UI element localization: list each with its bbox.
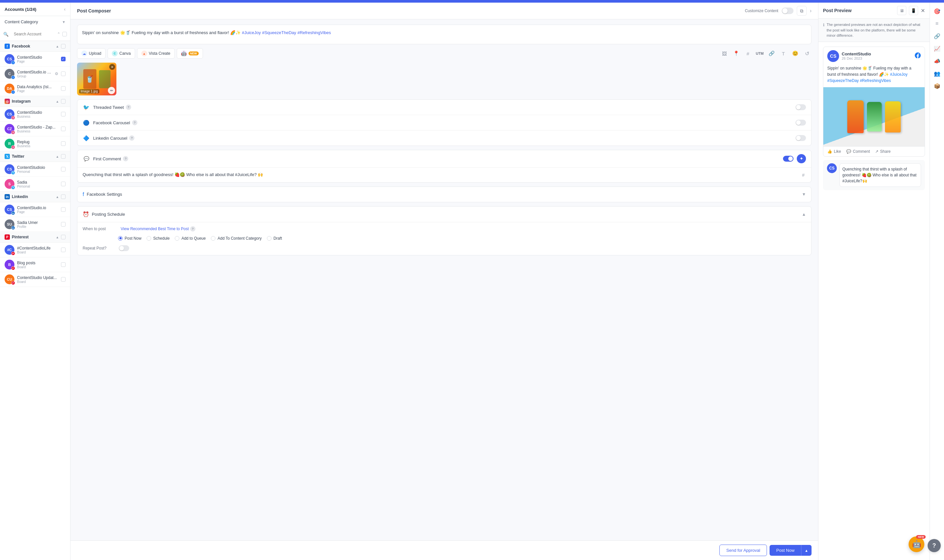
account-item[interactable]: CU P ContentStudio Updat... Board (0, 272, 70, 287)
chevron-up-icon[interactable]: ▲ (56, 235, 59, 239)
preview-close-button[interactable]: ✕ (921, 8, 925, 14)
account-checkbox[interactable] (61, 71, 66, 76)
schedule-option[interactable]: Schedule (146, 236, 169, 241)
instagram-select-all[interactable] (61, 99, 66, 104)
upload-button[interactable]: ☁ Upload (77, 48, 106, 59)
facebook-carousel-toggle[interactable] (795, 120, 806, 126)
help-button[interactable]: ? (928, 539, 941, 552)
account-item[interactable]: C f ContentStudio.io Co... Group ⚙ (0, 66, 70, 81)
settings-icon[interactable]: ⚙ (55, 71, 58, 76)
linkedin-carousel-toggle[interactable] (795, 135, 806, 141)
add-to-queue-option[interactable]: Add to Queue (175, 236, 206, 241)
account-item[interactable]: #C P #ContentStudioLife Board (0, 243, 70, 257)
select-all-checkbox[interactable] (62, 32, 67, 36)
customize-toggle[interactable] (782, 8, 793, 14)
post-now-dropdown-button[interactable]: ▲ (801, 545, 812, 556)
schedule-header[interactable]: ⏰ Posting Schedule ▲ (77, 206, 811, 222)
account-checkbox[interactable] (61, 182, 66, 186)
copy-button[interactable]: ⧉ (797, 6, 807, 16)
facebook-settings-header[interactable]: f Facebook Settings ▼ (77, 187, 811, 202)
post-now-option[interactable]: Post Now (118, 236, 141, 241)
facebook-carousel-info[interactable]: ? (132, 120, 137, 125)
refresh-button[interactable]: ↺ (803, 49, 812, 58)
desktop-preview-button[interactable]: 🖥 (897, 6, 906, 15)
view-recommended-time-link[interactable]: View Recommended Best Time to Post ? (121, 226, 195, 231)
platform-header-twitter[interactable]: 𝕏 Twitter ▲ (0, 151, 70, 162)
comment-action[interactable]: 💬 Comment (846, 149, 870, 154)
hashtag-button[interactable]: # (743, 49, 752, 58)
location-button[interactable]: 📍 (732, 49, 741, 58)
vista-create-button[interactable]: ▲ Vista Create (137, 48, 175, 59)
platform-header-instagram[interactable]: ◎ Instagram ▲ (0, 96, 70, 107)
add-to-content-category-option[interactable]: Add To Content Category (211, 236, 262, 241)
account-item[interactable]: CS 𝕏 ContentStudioio Personal (0, 162, 70, 177)
post-now-radio[interactable] (118, 236, 123, 241)
chevron-up-icon[interactable]: ▲ (56, 195, 59, 199)
sidebar-nav-back[interactable]: ‹ (64, 6, 66, 12)
archive-button[interactable]: 📦 (932, 81, 942, 91)
ai-assist-button[interactable]: ✦ (797, 154, 806, 163)
account-checkbox[interactable] (61, 141, 66, 146)
ai-chatbot-button[interactable]: 🤖 NEW (909, 536, 924, 552)
pulse-button[interactable]: 📈 (932, 43, 942, 54)
account-item[interactable]: DA f Data Analytics (Isl... Page (0, 81, 70, 96)
image-gallery-button[interactable]: 🖼 (720, 49, 729, 58)
account-checkbox[interactable] (61, 222, 66, 226)
chevron-up-icon[interactable]: ▲ (56, 45, 59, 48)
send-for-approval-button[interactable]: Send for Approval (720, 545, 767, 556)
schedule-radio[interactable] (146, 236, 151, 241)
linkedin-select-all[interactable] (61, 194, 66, 199)
twitter-select-all[interactable] (61, 154, 66, 159)
megaphone-button[interactable]: 📣 (932, 56, 942, 66)
add-to-content-category-radio[interactable] (211, 236, 215, 241)
threaded-tweet-toggle[interactable] (795, 104, 806, 110)
ai-button[interactable]: 🤖 NEW (177, 48, 203, 59)
pinterest-select-all[interactable] (61, 235, 66, 239)
audience-targeting-button[interactable]: 🎯 (932, 6, 942, 16)
platform-header-linkedin[interactable]: in Linkedin ▲ (0, 191, 70, 202)
link-bio-button[interactable]: 🔗 (932, 31, 942, 41)
threaded-tweet-info[interactable]: ? (126, 105, 131, 110)
add-to-queue-radio[interactable] (175, 236, 179, 241)
mobile-preview-button[interactable]: 📱 (909, 6, 918, 15)
account-checkbox[interactable] (61, 277, 66, 282)
search-input[interactable] (11, 30, 55, 38)
draft-option[interactable]: Draft (267, 236, 282, 241)
draft-radio[interactable] (267, 236, 272, 241)
repeat-post-toggle[interactable] (119, 245, 129, 251)
account-checkbox[interactable] (61, 167, 66, 171)
account-item[interactable]: CS f ContentStudio Page ✓ (0, 52, 70, 66)
image-close-button[interactable]: ✕ (109, 64, 115, 70)
account-item[interactable]: SU in Sadia Umer Profile (0, 217, 70, 232)
account-checkbox[interactable] (61, 112, 66, 116)
chevron-right-icon[interactable]: › (810, 8, 812, 14)
collapse-icon[interactable]: ⌃ (57, 32, 60, 36)
post-text-area[interactable]: Sippin' on sunshine 🌟🥤 Fueling my day wi… (77, 25, 812, 44)
post-now-button[interactable]: Post Now (770, 545, 801, 556)
account-item[interactable]: S 𝕏 Sadia Personal (0, 177, 70, 191)
content-category-dropdown[interactable]: Content Category ▼ (0, 16, 70, 28)
platform-header-pinterest[interactable]: P Pinterest ▲ (0, 232, 70, 243)
account-item[interactable]: CZ ◎ ContentStudio - Zap... Business (0, 122, 70, 136)
platform-header-facebook[interactable]: f Facebook ▲ (0, 41, 70, 52)
account-checkbox[interactable] (61, 86, 66, 91)
schedule-info[interactable]: ? (190, 226, 195, 231)
utm-button[interactable]: UTM (755, 49, 764, 58)
account-checkbox[interactable]: ✓ (61, 57, 66, 61)
account-checkbox[interactable] (61, 126, 66, 131)
account-checkbox[interactable] (61, 248, 66, 252)
account-item[interactable]: B P Blog posts Board (0, 257, 70, 272)
account-checkbox[interactable] (61, 262, 66, 267)
text-format-button[interactable]: T (779, 49, 788, 58)
first-comment-hashtag-button[interactable]: # (799, 171, 807, 179)
account-item[interactable]: CS ◎ ContentStudio Business (0, 107, 70, 122)
account-item[interactable]: CS in ContentStudio.io Page (0, 202, 70, 217)
account-item[interactable]: R ◎ Replug Business (0, 136, 70, 151)
facebook-select-all[interactable] (61, 44, 66, 49)
account-checkbox[interactable] (61, 207, 66, 212)
social-button[interactable]: 👥 (932, 68, 942, 79)
canva-button[interactable]: C Canva (108, 48, 135, 59)
linkedin-carousel-info[interactable]: ? (129, 135, 134, 141)
chevron-up-icon[interactable]: ▲ (56, 100, 59, 103)
link-button[interactable]: 🔗 (767, 49, 776, 58)
